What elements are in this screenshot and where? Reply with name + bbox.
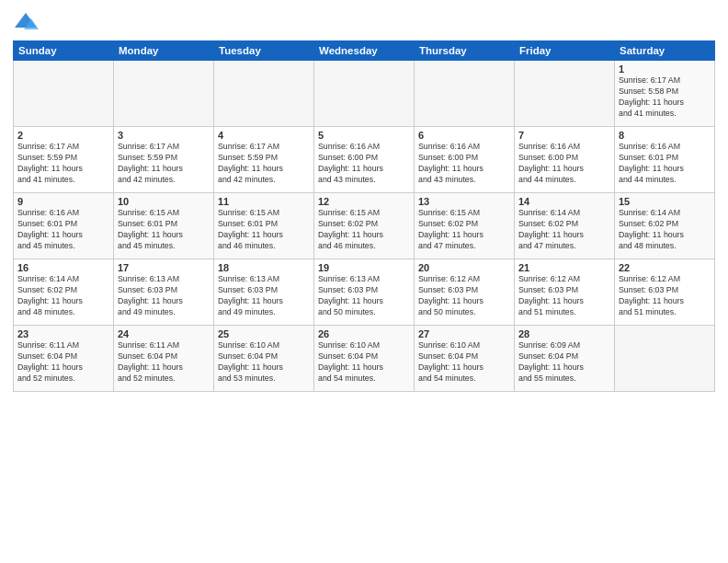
col-header-wednesday: Wednesday — [314, 41, 415, 61]
day-cell — [214, 61, 314, 127]
day-cell: 8Sunrise: 6:16 AMSunset: 6:01 PMDaylight… — [615, 127, 715, 193]
day-cell: 9Sunrise: 6:16 AMSunset: 6:01 PMDaylight… — [14, 193, 114, 259]
day-number: 16 — [17, 262, 109, 273]
day-info: Sunrise: 6:14 AMSunset: 6:02 PMDaylight:… — [17, 274, 109, 318]
day-number: 25 — [218, 328, 310, 339]
day-info: Sunrise: 6:15 AMSunset: 6:02 PMDaylight:… — [318, 208, 410, 252]
week-row-5: 23Sunrise: 6:11 AMSunset: 6:04 PMDayligh… — [14, 326, 715, 392]
day-number: 21 — [518, 262, 610, 273]
day-cell: 18Sunrise: 6:13 AMSunset: 6:03 PMDayligh… — [214, 259, 314, 326]
day-cell: 3Sunrise: 6:17 AMSunset: 5:59 PMDaylight… — [114, 127, 214, 193]
logo — [13, 9, 42, 35]
day-cell: 12Sunrise: 6:15 AMSunset: 6:02 PMDayligh… — [314, 193, 415, 259]
week-row-1: 1Sunrise: 6:17 AMSunset: 5:58 PMDaylight… — [14, 61, 715, 127]
header — [13, 9, 715, 35]
week-row-3: 9Sunrise: 6:16 AMSunset: 6:01 PMDaylight… — [14, 193, 715, 259]
day-cell: 28Sunrise: 6:09 AMSunset: 6:04 PMDayligh… — [515, 326, 615, 392]
day-cell: 5Sunrise: 6:16 AMSunset: 6:00 PMDaylight… — [314, 127, 415, 193]
day-number: 27 — [418, 328, 510, 339]
day-number: 4 — [218, 130, 310, 141]
day-number: 13 — [418, 196, 510, 207]
day-number: 3 — [118, 130, 210, 141]
day-info: Sunrise: 6:10 AMSunset: 6:04 PMDaylight:… — [218, 340, 310, 385]
day-number: 2 — [17, 130, 109, 141]
day-info: Sunrise: 6:11 AMSunset: 6:04 PMDaylight:… — [118, 340, 210, 385]
day-info: Sunrise: 6:09 AMSunset: 6:04 PMDaylight:… — [518, 340, 610, 385]
day-cell: 1Sunrise: 6:17 AMSunset: 5:58 PMDaylight… — [615, 61, 715, 127]
day-cell: 10Sunrise: 6:15 AMSunset: 6:01 PMDayligh… — [114, 193, 214, 259]
day-info: Sunrise: 6:17 AMSunset: 5:59 PMDaylight:… — [17, 142, 109, 186]
day-cell: 25Sunrise: 6:10 AMSunset: 6:04 PMDayligh… — [214, 326, 314, 392]
day-number: 12 — [318, 196, 410, 207]
day-info: Sunrise: 6:15 AMSunset: 6:02 PMDaylight:… — [418, 208, 510, 252]
day-cell: 17Sunrise: 6:13 AMSunset: 6:03 PMDayligh… — [114, 259, 214, 326]
day-info: Sunrise: 6:10 AMSunset: 6:04 PMDaylight:… — [418, 340, 510, 385]
day-number: 10 — [118, 196, 210, 207]
day-number: 28 — [518, 328, 610, 339]
day-cell: 7Sunrise: 6:16 AMSunset: 6:00 PMDaylight… — [515, 127, 615, 193]
day-cell: 13Sunrise: 6:15 AMSunset: 6:02 PMDayligh… — [415, 193, 515, 259]
day-cell — [615, 326, 715, 392]
col-header-saturday: Saturday — [615, 41, 715, 61]
day-number: 11 — [218, 196, 310, 207]
col-header-sunday: Sunday — [14, 41, 114, 61]
logo-icon — [13, 9, 39, 35]
day-number: 18 — [218, 262, 310, 273]
day-cell: 22Sunrise: 6:12 AMSunset: 6:03 PMDayligh… — [615, 259, 715, 326]
day-info: Sunrise: 6:17 AMSunset: 5:59 PMDaylight:… — [218, 142, 310, 186]
day-cell: 6Sunrise: 6:16 AMSunset: 6:00 PMDaylight… — [415, 127, 515, 193]
day-cell — [114, 61, 214, 127]
col-header-monday: Monday — [114, 41, 214, 61]
day-number: 15 — [619, 196, 711, 207]
day-number: 8 — [619, 130, 711, 141]
day-info: Sunrise: 6:14 AMSunset: 6:02 PMDaylight:… — [619, 208, 711, 252]
day-info: Sunrise: 6:17 AMSunset: 5:58 PMDaylight:… — [619, 75, 711, 120]
day-cell — [515, 61, 615, 127]
day-info: Sunrise: 6:13 AMSunset: 6:03 PMDaylight:… — [118, 274, 210, 318]
day-cell: 21Sunrise: 6:12 AMSunset: 6:03 PMDayligh… — [515, 259, 615, 326]
day-info: Sunrise: 6:16 AMSunset: 6:01 PMDaylight:… — [619, 142, 711, 186]
day-info: Sunrise: 6:16 AMSunset: 6:01 PMDaylight:… — [17, 208, 109, 252]
day-cell — [415, 61, 515, 127]
day-cell — [14, 61, 114, 127]
day-info: Sunrise: 6:13 AMSunset: 6:03 PMDaylight:… — [318, 274, 410, 318]
day-info: Sunrise: 6:14 AMSunset: 6:02 PMDaylight:… — [518, 208, 610, 252]
day-info: Sunrise: 6:10 AMSunset: 6:04 PMDaylight:… — [318, 340, 410, 385]
day-number: 26 — [318, 328, 410, 339]
day-info: Sunrise: 6:12 AMSunset: 6:03 PMDaylight:… — [619, 274, 711, 318]
col-header-thursday: Thursday — [415, 41, 515, 61]
day-info: Sunrise: 6:12 AMSunset: 6:03 PMDaylight:… — [418, 274, 510, 318]
day-number: 17 — [118, 262, 210, 273]
day-cell — [314, 61, 415, 127]
day-cell: 20Sunrise: 6:12 AMSunset: 6:03 PMDayligh… — [415, 259, 515, 326]
day-number: 22 — [619, 262, 711, 273]
day-info: Sunrise: 6:16 AMSunset: 6:00 PMDaylight:… — [418, 142, 510, 186]
day-cell: 14Sunrise: 6:14 AMSunset: 6:02 PMDayligh… — [515, 193, 615, 259]
header-row: SundayMondayTuesdayWednesdayThursdayFrid… — [14, 41, 715, 61]
day-number: 14 — [518, 196, 610, 207]
day-number: 23 — [17, 328, 109, 339]
day-number: 5 — [318, 130, 410, 141]
day-number: 7 — [518, 130, 610, 141]
day-info: Sunrise: 6:16 AMSunset: 6:00 PMDaylight:… — [318, 142, 410, 186]
day-number: 19 — [318, 262, 410, 273]
day-info: Sunrise: 6:16 AMSunset: 6:00 PMDaylight:… — [518, 142, 610, 186]
day-number: 1 — [619, 63, 711, 75]
day-cell: 2Sunrise: 6:17 AMSunset: 5:59 PMDaylight… — [14, 127, 114, 193]
day-cell: 19Sunrise: 6:13 AMSunset: 6:03 PMDayligh… — [314, 259, 415, 326]
calendar-table: SundayMondayTuesdayWednesdayThursdayFrid… — [13, 40, 715, 392]
day-cell: 11Sunrise: 6:15 AMSunset: 6:01 PMDayligh… — [214, 193, 314, 259]
day-info: Sunrise: 6:15 AMSunset: 6:01 PMDaylight:… — [118, 208, 210, 252]
day-number: 6 — [418, 130, 510, 141]
day-cell: 4Sunrise: 6:17 AMSunset: 5:59 PMDaylight… — [214, 127, 314, 193]
week-row-4: 16Sunrise: 6:14 AMSunset: 6:02 PMDayligh… — [14, 259, 715, 326]
day-info: Sunrise: 6:17 AMSunset: 5:59 PMDaylight:… — [118, 142, 210, 186]
day-number: 24 — [118, 328, 210, 339]
day-cell: 16Sunrise: 6:14 AMSunset: 6:02 PMDayligh… — [14, 259, 114, 326]
day-info: Sunrise: 6:12 AMSunset: 6:03 PMDaylight:… — [518, 274, 610, 318]
day-number: 9 — [17, 196, 109, 207]
page: SundayMondayTuesdayWednesdayThursdayFrid… — [0, 0, 728, 563]
col-header-tuesday: Tuesday — [214, 41, 314, 61]
col-header-friday: Friday — [515, 41, 615, 61]
day-number: 20 — [418, 262, 510, 273]
